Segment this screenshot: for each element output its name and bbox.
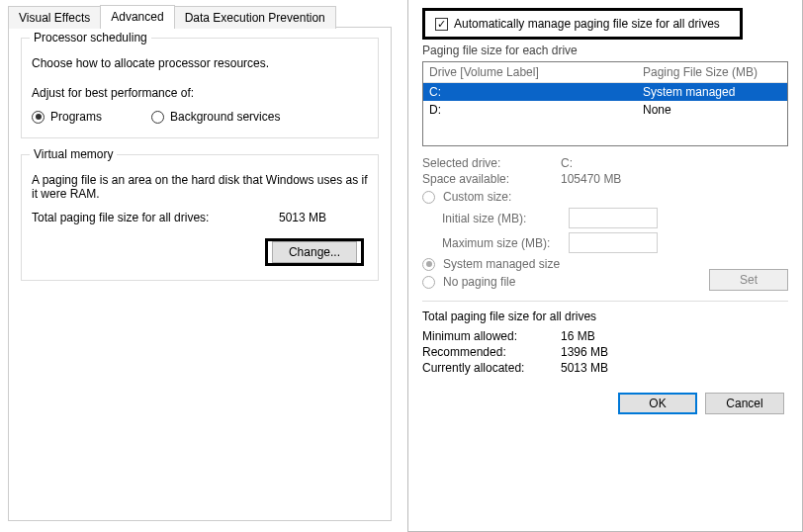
adjust-label: Adjust for best performance of:: [32, 86, 368, 100]
vm-desc: A paging file is an area on the hard dis…: [32, 173, 368, 201]
space-available-label: Space available:: [422, 172, 561, 186]
advanced-tab-body: Processor scheduling Choose how to alloc…: [8, 27, 392, 521]
vm-total-label: Total paging file size for all drives:: [32, 211, 279, 224]
maximum-size-label: Maximum size (MB):: [442, 236, 561, 250]
radio-icon: [422, 258, 435, 271]
initial-size-input[interactable]: [569, 208, 658, 228]
checkmark-icon: ✓: [437, 19, 446, 30]
virtual-memory-group: Virtual memory A paging file is an area …: [21, 154, 379, 281]
radio-background-services[interactable]: Background services: [151, 110, 280, 124]
min-allowed-value: 16 MB: [561, 329, 595, 343]
radio-programs[interactable]: Programs: [32, 110, 102, 124]
drive-row[interactable]: C: System managed: [423, 83, 787, 101]
currently-allocated-label: Currently allocated:: [422, 361, 561, 375]
change-button[interactable]: Change...: [272, 241, 357, 263]
virtual-memory-dialog: ✓ Automatically manage paging file size …: [407, 0, 803, 532]
selected-drive-label: Selected drive:: [422, 156, 561, 170]
processor-scheduling-group: Processor scheduling Choose how to alloc…: [21, 38, 379, 138]
drive-list[interactable]: Drive [Volume Label] Paging File Size (M…: [422, 61, 788, 146]
col-size: Paging File Size (MB): [643, 65, 781, 79]
ok-button[interactable]: OK: [618, 393, 697, 414]
tab-dep[interactable]: Data Execution Prevention: [174, 6, 336, 29]
highlight-box: ✓ Automatically manage paging file size …: [422, 8, 743, 40]
radio-custom-size[interactable]: Custom size:: [422, 190, 788, 204]
no-paging-label: No paging file: [443, 275, 515, 289]
radio-icon: [422, 276, 435, 289]
totals-title: Total paging file size for all drives: [422, 310, 788, 323]
currently-allocated-value: 5013 MB: [561, 361, 608, 375]
radio-icon: [422, 191, 435, 204]
processor-scheduling-title: Processor scheduling: [30, 31, 151, 44]
space-available-value: 105470 MB: [561, 172, 621, 186]
drive-row[interactable]: D: None: [423, 101, 787, 119]
tabs: Visual Effects Advanced Data Execution P…: [8, 4, 401, 27]
initial-size-label: Initial size (MB):: [442, 212, 561, 225]
radio-programs-label: Programs: [50, 110, 102, 124]
auto-manage-checkbox[interactable]: ✓: [435, 18, 448, 31]
maximum-size-input[interactable]: [569, 232, 658, 253]
drive-label: C:: [429, 85, 643, 99]
radio-icon: [151, 111, 164, 124]
virtual-memory-title: Virtual memory: [30, 147, 117, 161]
recommended-value: 1396 MB: [561, 345, 608, 359]
radio-icon: [32, 111, 45, 124]
set-button[interactable]: Set: [709, 269, 788, 291]
vm-total-value: 5013 MB: [279, 211, 368, 224]
tab-advanced[interactable]: Advanced: [100, 5, 174, 28]
col-drive: Drive [Volume Label]: [429, 65, 643, 79]
selected-drive-value: C:: [561, 156, 573, 170]
highlight-box: Change...: [265, 238, 364, 266]
each-drive-title: Paging file size for each drive: [422, 44, 788, 57]
drive-size: None: [643, 103, 781, 117]
custom-size-label: Custom size:: [443, 190, 511, 204]
cancel-button[interactable]: Cancel: [705, 393, 784, 414]
drive-size: System managed: [643, 85, 781, 99]
min-allowed-label: Minimum allowed:: [422, 329, 561, 343]
auto-manage-label: Automatically manage paging file size fo…: [454, 17, 720, 31]
recommended-label: Recommended:: [422, 345, 561, 359]
system-managed-label: System managed size: [443, 257, 560, 271]
tab-visual-effects[interactable]: Visual Effects: [8, 6, 101, 29]
drive-label: D:: [429, 103, 643, 117]
proc-sched-desc: Choose how to allocate processor resourc…: [32, 56, 368, 70]
radio-bg-label: Background services: [170, 110, 280, 124]
